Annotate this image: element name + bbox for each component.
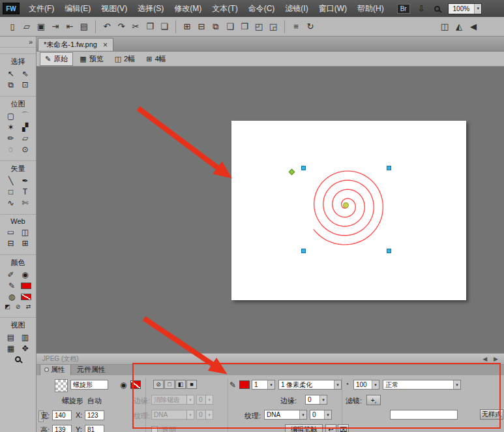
collapse-panel-button[interactable]: » [0,37,36,48]
x-input[interactable] [85,410,104,420]
stroke-size-dropdown[interactable]: 1 [252,380,275,390]
undo-icon[interactable]: ↶ [100,20,114,33]
stroke-texture-amount[interactable]: 0 [310,410,332,420]
standard-screen-mode-icon[interactable]: ▤ [4,332,18,343]
cut-icon[interactable]: ✂ [128,20,143,33]
zoom-level-dropdown[interactable]: 100% [448,3,482,14]
canvas[interactable] [231,121,466,300]
fill-option-solid-white[interactable]: □ [164,380,175,389]
fill-option-gradient[interactable]: ◧ [175,380,186,389]
eraser-tool-icon[interactable]: ▱ [18,132,33,144]
menu-modify[interactable]: 修改(M) [169,3,207,14]
selection-handle-nw[interactable] [301,166,306,170]
fill-option-none[interactable]: ⊘ [153,380,164,389]
send-to-back-icon[interactable]: ◲ [266,20,280,33]
rectangle-tool-icon[interactable]: □ [4,186,18,197]
default-colors-icon[interactable]: ◩ [3,302,12,311]
freeform-tool-icon[interactable]: ∿ [4,197,18,208]
fill-color-well[interactable] [130,380,141,389]
view-tab-4up[interactable]: ⊞ 4幅 [141,53,170,65]
no-style-button[interactable]: 无样式 [480,409,503,420]
menu-text[interactable]: 文本(T) [207,3,243,14]
previous-page-icon[interactable]: ◀ [482,356,487,362]
selection-handle-sw[interactable] [301,249,306,253]
flip-vertical-icon[interactable]: ◭ [452,20,466,33]
height-input[interactable] [52,425,72,432]
stroke-texture-dropdown[interactable]: DNA [264,410,307,420]
select-behind-tool-icon[interactable]: ⧉ [4,79,18,90]
spiral-center-point[interactable] [343,202,349,208]
delete-stroke-icon[interactable]: ⌧ [338,424,349,432]
view-tab-preview[interactable]: ▦ 预览 [75,53,108,65]
menu-commands[interactable]: 命令(C) [243,3,280,14]
blur-tool-icon[interactable]: ◌ [4,144,18,155]
close-icon[interactable]: × [103,41,108,49]
clone-icon[interactable]: ⧉ [209,20,223,33]
tab-properties[interactable]: 属性 [40,364,71,375]
swap-colors-icon[interactable]: ⇄ [24,302,33,311]
eyedropper-tool-icon[interactable]: ✐ [4,269,18,280]
full-screen-mode-icon[interactable]: ▦ [4,343,18,354]
stroke-reset-icon[interactable]: ↩ [325,424,336,432]
menu-edit[interactable]: 编辑(E) [59,3,96,14]
pencil-tool-icon[interactable]: ✏ [4,132,18,144]
open-icon[interactable]: ▱ [20,20,34,33]
stroke-category-dropdown[interactable]: 1 像素柔化 [278,380,342,390]
brush-tool-icon[interactable]: ▞ [18,121,33,132]
group-icon[interactable]: ❑ [223,20,237,33]
align-icon[interactable]: ≡ [289,20,303,33]
opacity-dropdown[interactable]: 100 [353,380,379,390]
stroke-color-well[interactable] [21,283,31,289]
knife-tool-icon[interactable]: ✄ [18,197,33,208]
show-slices-icon[interactable]: ⊞ [180,20,194,33]
hotspot-tool-icon[interactable]: ▭ [4,226,18,238]
search-icon[interactable] [434,6,440,12]
menu-help[interactable]: 帮助(H) [352,3,389,14]
crop-tool-icon[interactable]: ⊡ [18,79,33,90]
menu-view[interactable]: 视图(V) [96,3,132,14]
next-page-icon[interactable]: ▶ [494,356,498,362]
paste-icon[interactable]: ❏ [157,20,171,33]
menu-window[interactable]: 窗口(W) [314,3,352,14]
hide-hotspots-icon[interactable]: ⊟ [4,238,18,249]
back-icon[interactable]: ◀ [466,20,481,33]
no-color-icon[interactable]: ⊘ [14,302,23,311]
lasso-tool-icon[interactable]: ⌒ [18,110,33,121]
blend-mode-dropdown[interactable]: 正常 [383,380,461,390]
stroke-color-well[interactable] [239,380,250,389]
menu-file[interactable]: 文件(F) [23,3,59,14]
new-document-icon[interactable]: ▯ [5,20,20,33]
tab-symbol-properties[interactable]: 元件属性 [73,364,111,375]
menu-select[interactable]: 选择(S) [132,3,169,14]
copy-icon[interactable]: ❐ [143,20,157,33]
menu-filters[interactable]: 滤镜(I) [280,3,313,14]
y-input[interactable] [85,425,104,432]
flip-horizontal-icon[interactable]: ◫ [437,20,452,33]
shape-name-input[interactable] [70,380,108,390]
spiral-shape[interactable] [231,121,466,300]
import-icon[interactable]: ⇥ [48,20,63,33]
save-icon[interactable]: ▣ [34,20,48,33]
line-tool-icon[interactable]: ╲ [4,175,18,186]
style-name-input[interactable] [390,410,458,420]
paint-bucket-tool-icon[interactable]: ◉ [18,269,33,280]
text-tool-icon[interactable]: T [18,186,33,197]
fill-color-well[interactable] [21,294,31,300]
width-input[interactable] [52,410,72,420]
stroke-edge-amount[interactable]: 0 [305,395,327,405]
pen-tool-icon[interactable]: ✒ [18,175,33,186]
edit-stroke-button[interactable]: 编辑笔触 [285,424,323,432]
selection-handle-ne[interactable] [387,166,391,170]
full-screen-with-menus-icon[interactable]: ▥ [18,332,33,343]
hand-tool-icon[interactable]: ✥ [18,343,33,354]
selection-handle-se[interactable] [387,249,391,253]
magic-wand-tool-icon[interactable]: ✶ [4,121,18,132]
slice-tool-icon[interactable]: ◫ [18,226,33,238]
print-icon[interactable]: ▤ [77,20,91,33]
document-tab[interactable]: *未命名-1.fw.png × [38,38,113,51]
bridge-button[interactable]: Br [397,4,410,14]
subselection-tool-icon[interactable]: ⇖ [18,68,33,79]
fill-option-solid[interactable]: ■ [186,380,197,389]
export-icon[interactable]: ⇤ [63,20,77,33]
hide-slices-icon[interactable]: ⊟ [194,20,209,33]
